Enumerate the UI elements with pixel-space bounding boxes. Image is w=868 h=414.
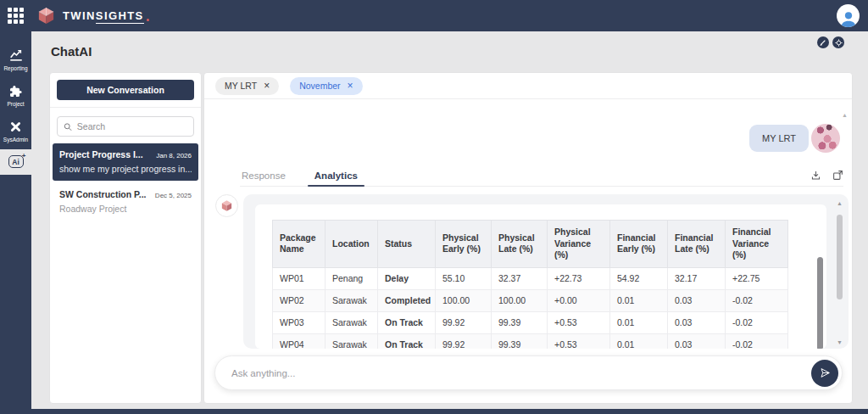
column-header: Financial Late (%) xyxy=(668,221,726,268)
paper-plane-icon xyxy=(819,366,832,379)
assistant-avatar xyxy=(215,194,238,217)
table-cell: 54.92 xyxy=(610,267,668,289)
new-conversation-button[interactable]: New Conversation xyxy=(57,80,194,100)
top-header-bar: Twinsights xyxy=(0,0,868,31)
table-cell: WP01 xyxy=(273,267,326,289)
twinsights-logo[interactable]: Twinsights xyxy=(36,6,144,25)
chat-panel: MY LRT × November × ▲ MY LRT Response An… xyxy=(203,72,853,404)
table-scrollbar-thumb[interactable] xyxy=(817,257,823,349)
tab-response[interactable]: Response xyxy=(240,165,287,186)
conversation-title: Project Progress I... xyxy=(59,149,143,159)
table-cell: Completed xyxy=(378,289,436,311)
tab-analytics[interactable]: Analytics xyxy=(313,165,359,186)
fullscreen-icon[interactable] xyxy=(832,36,844,48)
sidebar-item-label: Project xyxy=(7,101,24,107)
sidebar-item-sysadmin[interactable]: SysAdmin xyxy=(0,114,31,149)
table-cell: -0.02 xyxy=(726,311,788,333)
table-cell: +22.73 xyxy=(548,267,610,289)
chat-input-row xyxy=(214,355,843,390)
table-cell: Sarawak xyxy=(326,289,378,311)
table-cell: 0.03 xyxy=(668,289,726,311)
conversation-search[interactable] xyxy=(57,116,194,137)
table-cell: 32.37 xyxy=(492,267,548,289)
column-header: Financial Variance (%) xyxy=(726,221,788,268)
line-chart-icon xyxy=(8,48,24,63)
chip-label: MY LRT xyxy=(225,81,257,91)
response-tabs: Response Analytics xyxy=(240,165,843,187)
analytics-table-card: Package NameLocationStatusPhysical Early… xyxy=(255,204,826,349)
search-input[interactable] xyxy=(77,121,187,131)
table-cell: On Track xyxy=(378,333,436,349)
card-scroll-down-arrow[interactable]: ▼ xyxy=(837,339,843,345)
chip-close-icon[interactable]: × xyxy=(264,81,270,91)
bottom-window-edge xyxy=(0,409,868,414)
table-cell: 55.10 xyxy=(436,267,492,289)
conversation-item[interactable]: SW Construction P... Dec 5, 2025 Roadway… xyxy=(53,183,198,221)
table-header-row: Package NameLocationStatusPhysical Early… xyxy=(273,221,788,268)
table-cell: +0.53 xyxy=(548,311,610,333)
table-cell: Sarawak xyxy=(326,311,378,333)
open-full-icon[interactable] xyxy=(832,170,843,181)
download-icon[interactable] xyxy=(810,170,821,181)
table-cell: 99.39 xyxy=(492,333,548,349)
progress-table: Package NameLocationStatusPhysical Early… xyxy=(272,220,788,349)
table-cell: 0.03 xyxy=(668,311,726,333)
column-header: Physical Early (%) xyxy=(436,221,492,268)
sidebar-item-ai-chat[interactable]: Ai xyxy=(0,149,31,175)
ai-chat-icon: Ai xyxy=(8,155,24,168)
table-row: WP03SarawakOn Track99.9299.39+0.530.010.… xyxy=(273,311,788,333)
logo-red-dot xyxy=(147,19,149,21)
filter-chip-november[interactable]: November × xyxy=(290,77,362,95)
table-cell: Sarawak xyxy=(326,333,378,349)
column-header: Package Name xyxy=(273,221,326,268)
filter-chip-my-lrt[interactable]: MY LRT × xyxy=(215,77,279,95)
chat-input[interactable] xyxy=(214,355,843,390)
analytics-card: ▲ ▼ Package NameLocationStatusPhysical E… xyxy=(243,194,849,349)
edit-icon[interactable] xyxy=(817,36,829,48)
crossed-tools-icon xyxy=(8,120,23,134)
person-icon xyxy=(839,10,858,27)
sidebar-item-label: SysAdmin xyxy=(3,137,28,143)
send-button[interactable] xyxy=(811,360,838,387)
app-launcher-grid-icon[interactable] xyxy=(8,8,24,24)
user-avatar[interactable] xyxy=(837,4,860,27)
chat-scroll-up-arrow[interactable]: ▲ xyxy=(842,112,848,118)
search-icon xyxy=(64,122,72,131)
user-message-bubble: MY LRT xyxy=(749,125,809,152)
sidebar-item-project[interactable]: Project xyxy=(0,78,31,114)
card-scrollbar-thumb[interactable] xyxy=(837,215,843,299)
table-row: WP04SarawakOn Track99.9299.39+0.530.010.… xyxy=(273,333,788,349)
table-cell: Delay xyxy=(378,267,436,289)
table-cell: 99.92 xyxy=(436,311,492,333)
table-cell: WP04 xyxy=(273,333,326,349)
table-cell: -0.02 xyxy=(726,333,788,349)
table-cell: +22.75 xyxy=(726,267,788,289)
table-row: WP02SarawakCompleted100.00100.00+0.000.0… xyxy=(273,289,788,311)
conversations-panel: New Conversation Project Progress I... J… xyxy=(49,72,202,404)
chip-close-icon[interactable]: × xyxy=(348,81,353,91)
conversation-item[interactable]: Project Progress I... Jan 8, 2026 show m… xyxy=(53,143,198,181)
card-scroll-up-arrow[interactable]: ▲ xyxy=(837,200,843,206)
table-body: WP01PenangDelay55.1032.37+22.7354.9232.1… xyxy=(273,267,788,349)
page-title: ChatAI xyxy=(51,44,92,59)
chip-label: November xyxy=(299,81,340,91)
conversation-preview: show me my project progress in... xyxy=(59,164,192,174)
table-row: WP01PenangDelay55.1032.37+22.7354.9232.1… xyxy=(273,267,788,289)
app-window: Twinsights Reporting Project xyxy=(0,0,868,414)
divider xyxy=(50,107,201,108)
table-cell: On Track xyxy=(378,311,436,333)
table-cell: +0.53 xyxy=(548,333,610,349)
conversation-date: Jan 8, 2026 xyxy=(156,152,192,159)
user-message-row: MY LRT xyxy=(749,124,840,153)
table-cell: WP03 xyxy=(273,311,326,333)
table-cell: +0.00 xyxy=(548,289,610,311)
table-cell: 99.39 xyxy=(492,311,548,333)
sidebar-item-reporting[interactable]: Reporting xyxy=(0,42,31,78)
table-cell: 100.00 xyxy=(492,289,548,311)
table-cell: 0.01 xyxy=(610,289,668,311)
column-header: Physical Late (%) xyxy=(492,221,548,268)
left-sidebar: Reporting Project SysAdmin Ai xyxy=(0,31,31,414)
filter-chips-row: MY LRT × November × xyxy=(204,73,852,99)
column-header: Status xyxy=(378,221,436,268)
page-header: ChatAI xyxy=(31,31,868,72)
